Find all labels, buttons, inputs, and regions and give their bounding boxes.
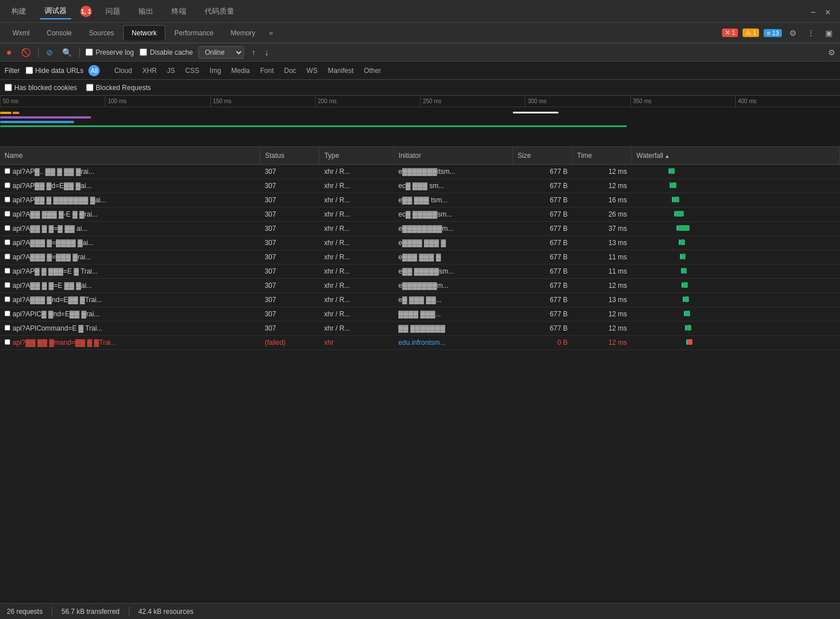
table-row[interactable]: api?▓▓ ▓▓ ▓mand=▓▓ ▓ ▓Trai...(failed)xhr… [0,336,840,350]
title-tab-issues[interactable]: 问题 [101,4,125,19]
main-content: ● 🚫 ⊘ 🔍 Preserve log Disable cache Onlin… [0,43,840,619]
row-size: 677 B [513,222,572,236]
network-table-wrapper[interactable]: Name Status Type Initiator Size Time Wat… [0,147,840,619]
has-blocked-cookies-checkbox[interactable]: Has blocked cookies [5,84,77,92]
title-tab-output[interactable]: 输出 [134,4,158,19]
row-waterfall [631,321,839,336]
tab-wxml[interactable]: Wxml [5,26,38,40]
filter-img[interactable]: Img [206,66,225,76]
col-name[interactable]: Name [0,147,260,165]
col-initiator[interactable]: Initiator [394,147,513,165]
row-size: 677 B [513,279,572,293]
hide-data-urls-input[interactable] [26,67,33,74]
title-tab-debugger[interactable]: 调试器 [40,3,71,19]
title-tab-codequality[interactable]: 代码质量 [200,4,239,19]
more-options-icon[interactable]: ⋮ [804,27,818,39]
row-select-checkbox[interactable] [5,225,10,231]
all-filter-badge[interactable]: All [88,65,100,76]
filter-font[interactable]: Font [256,66,278,76]
table-row[interactable]: api?A▓▓ ▓ ▓=E ▓▓ ▓ai...307xhr / R...e▓▓▓… [0,279,840,293]
row-time: 12 ms [572,179,631,193]
row-select-checkbox[interactable] [5,211,10,217]
table-row[interactable]: api?A▓▓ ▓▓▓ ▓-E ▓ ▓rai...307xhr / R...ec… [0,207,840,222]
col-status[interactable]: Status [260,147,319,165]
more-tabs-button[interactable]: » [264,27,278,39]
filter-icon[interactable]: ⊘ [44,46,55,59]
settings-icon[interactable]: ⚙ [786,27,800,39]
row-waterfall [631,307,839,321]
dock-icon[interactable]: ▣ [822,27,835,39]
row-select-checkbox[interactable] [5,325,10,331]
row-waterfall [631,336,839,350]
row-time: 13 ms [572,293,631,307]
blocked-requests-checkbox[interactable]: Blocked Requests [86,84,151,92]
row-size: 677 B [513,179,572,193]
search-icon[interactable]: 🔍 [60,46,74,59]
clear-button[interactable]: 🚫 [19,46,32,59]
table-row[interactable]: api?A▓▓▓ ▓=▓▓▓ ▓rai...307xhr / R...e▓▓▓ … [0,250,840,264]
row-select-checkbox[interactable] [5,311,10,316]
row-type: xhr / R... [320,207,394,222]
row-waterfall [631,236,839,250]
table-row[interactable]: api?APICommand=E ▓ Trai...307xhr / R...▓… [0,321,840,336]
table-row[interactable]: api?A▓▓ ▓ ▓=▓ ▓▓ ai...307xhr / R...e▓▓▓▓… [0,222,840,236]
row-select-checkbox[interactable] [5,268,10,274]
network-settings-icon[interactable]: ⚙ [828,48,835,57]
preserve-log-input[interactable] [85,48,93,56]
debugger-badge: 1, 1 [80,6,92,17]
upload-icon[interactable]: ↑ [250,46,257,59]
waterfall-bar [684,296,689,302]
preserve-log-checkbox[interactable]: Preserve log [85,48,134,56]
row-time: 12 ms [572,279,631,293]
row-select-checkbox[interactable] [5,239,10,245]
filter-cloud[interactable]: Cloud [110,66,136,76]
tab-performance[interactable]: Performance [166,26,222,40]
table-row[interactable]: api?AP▓ ▓ ▓▓▓=E ▓ Trai...307xhr / R...e▓… [0,264,840,279]
disable-cache-input[interactable] [140,48,147,56]
row-select-checkbox[interactable] [5,282,10,288]
row-size: 677 B [513,307,572,321]
tab-sources[interactable]: Sources [81,26,122,40]
table-row[interactable]: api?APIC▓ ▓nd=E▓▓ ▓rai...307xhr / R...▓▓… [0,307,840,321]
row-select-checkbox[interactable] [5,197,10,202]
disable-cache-checkbox[interactable]: Disable cache [140,48,193,56]
title-tab-terminal[interactable]: 终端 [167,4,191,19]
record-button[interactable]: ● [5,46,14,59]
filter-media[interactable]: Media [227,66,254,76]
tab-network[interactable]: Network [123,25,165,40]
row-waterfall [631,222,839,236]
filter-js[interactable]: JS [163,66,179,76]
hide-data-urls-checkbox[interactable]: Hide data URLs [26,67,84,75]
has-blocked-cookies-input[interactable] [5,84,12,91]
row-select-checkbox[interactable] [5,296,10,302]
row-select-checkbox[interactable] [5,254,10,259]
col-type[interactable]: Type [320,147,394,165]
row-select-checkbox[interactable] [5,339,10,345]
col-time[interactable]: Time [572,147,631,165]
table-row[interactable]: api?A▓▓▓ ▓=▓▓▓▓ ▓ai...307xhr / R...e▓▓▓▓… [0,236,840,250]
row-select-checkbox[interactable] [5,168,10,174]
table-row[interactable]: api?AP▓▓ ▓ ▓▓▓▓▓▓▓ ▓ai...307xhr / R...e▓… [0,193,840,207]
col-waterfall[interactable]: Waterfall [631,147,839,165]
close-button[interactable]: × [825,7,833,15]
row-select-checkbox[interactable] [5,182,10,188]
tab-console[interactable]: Console [39,26,80,40]
tab-memory[interactable]: Memory [223,26,263,40]
blocked-requests-input[interactable] [86,84,93,91]
table-row[interactable]: api?A▓▓▓ ▓nd=E▓▓ ▓Trai...307xhr / R...e▓… [0,293,840,307]
filter-manifest[interactable]: Manifest [324,66,357,76]
table-row[interactable]: api?AP▓▓ ▓d=E▓▓ ▓ai...307xhr / R...ec▓ ▓… [0,179,840,193]
table-row[interactable]: api?AP▓.. ▓▓ ▓ ▓▓ ▓rai...307xhr / R...e▓… [0,165,840,179]
row-name: api?A▓▓ ▓ ▓=E ▓▓ ▓ai... [13,282,92,290]
filter-xhr[interactable]: XHR [138,66,161,76]
row-name: api?AP▓.. ▓▓ ▓ ▓▓ ▓rai... [13,168,94,176]
minimize-button[interactable]: − [810,7,818,15]
download-icon[interactable]: ↓ [263,46,270,59]
filter-doc[interactable]: Doc [280,66,300,76]
filter-other[interactable]: Other [360,66,385,76]
filter-ws[interactable]: WS [303,66,321,76]
filter-css[interactable]: CSS [181,66,203,76]
col-size[interactable]: Size [513,147,572,165]
title-tab-build[interactable]: 构建 [7,4,31,19]
throttle-select[interactable]: Online Fast 3G Slow 3G Offline [198,46,244,59]
